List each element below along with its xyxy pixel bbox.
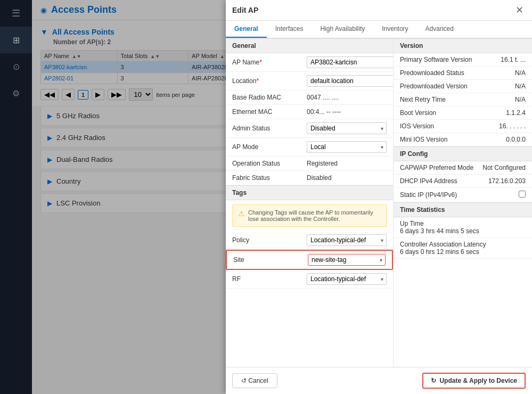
select-policy[interactable]: Location-typical-def — [307, 234, 387, 246]
select-wrapper-site: new-site-tag — [308, 254, 386, 266]
update-apply-button[interactable]: ↻ Update & Apply to Device — [422, 373, 526, 389]
dialog-right-panel: Version Primary Software Version 16.1 t.… — [394, 38, 532, 367]
label-primary-sw: Primary Software Version — [400, 56, 501, 63]
row-static-ip: Static IP (IPv4/IPv6) — [394, 188, 532, 202]
label-location: Location* — [232, 77, 307, 85]
value-dhcp-ipv4: 172.16.0.203 — [488, 177, 526, 185]
form-row-ethernet-mac: Ethernet MAC 00:4... -- ---- — [226, 105, 393, 119]
value-operation-status: Registered — [307, 160, 387, 167]
warning-icon: ⚠ — [238, 209, 245, 218]
form-row-admin-status: Admin Status Disabled Enabled — [226, 119, 393, 138]
form-row-ap-mode: AP Mode Local Monitor Sniffer — [226, 138, 393, 157]
value-predownloaded-status: N/A — [515, 69, 526, 77]
form-row-fabric-status: Fabric Status Disabled — [226, 171, 393, 185]
row-predownloaded-version: Predownloaded Version N/A — [394, 80, 532, 93]
dialog-tabs: General Interfaces High Availability Inv… — [226, 21, 532, 38]
value-controller-latency: 6 days 0 hrs 12 mins 6 secs — [400, 248, 479, 256]
value-fabric-status: Disabled — [307, 174, 387, 182]
general-section-title: General — [226, 38, 393, 53]
label-static-ip: Static IP (IPv4/IPv6) — [400, 191, 519, 199]
form-row-location: Location* — [226, 72, 393, 91]
tags-section-title: Tags — [226, 185, 393, 200]
label-rf: RF — [232, 275, 307, 283]
dialog-left-panel: General AP Name* Location* Base Radio MA… — [226, 38, 394, 367]
value-base-radio-mac: 0047 .... .... — [307, 94, 387, 101]
label-predownloaded-status: Predownloaded Status — [400, 69, 515, 77]
value-mini-ios-version: 0.0.0.0 — [506, 136, 526, 143]
form-row-ap-name: AP Name* — [226, 53, 393, 72]
version-section-title: Version — [394, 38, 532, 53]
tab-interfaces[interactable]: Interfaces — [267, 21, 312, 38]
row-predownloaded-status: Predownloaded Status N/A — [394, 67, 532, 80]
label-controller-latency: Controller Association Latency — [400, 241, 486, 248]
label-mini-ios-version: Mini IOS Version — [400, 136, 506, 143]
select-wrapper-policy: Location-typical-def — [307, 234, 387, 246]
select-rf[interactable]: Location-typical-def — [307, 273, 387, 285]
row-up-time: Up Time 6 days 3 hrs 44 mins 5 secs — [394, 217, 532, 238]
value-up-time: 6 days 3 hrs 44 mins 5 secs — [400, 227, 479, 235]
tab-general[interactable]: General — [226, 21, 267, 38]
label-fabric-status: Fabric Status — [232, 174, 307, 182]
value-predownloaded-version: N/A — [515, 83, 526, 90]
label-next-retry: Next Retry Time — [400, 96, 515, 103]
select-wrapper-admin-status: Disabled Enabled — [307, 122, 387, 134]
row-controller-latency: Controller Association Latency 6 days 0 … — [394, 238, 532, 259]
form-row-policy: Policy Location-typical-def — [226, 231, 393, 250]
tab-high-availability[interactable]: High Availability — [312, 21, 373, 38]
form-row-rf: RF Location-typical-def — [226, 270, 393, 289]
label-up-time: Up Time — [400, 220, 424, 227]
label-predownloaded-version: Predownloaded Version — [400, 83, 515, 90]
value-ios-version: 16. . . . . . — [499, 122, 526, 130]
label-capwap-mode: CAPWAP Preferred Mode — [400, 164, 482, 171]
row-primary-sw: Primary Software Version 16.1 t. ... — [394, 53, 532, 67]
label-policy: Policy — [232, 236, 307, 244]
checkbox-static-ip[interactable] — [519, 191, 526, 198]
form-row-base-radio-mac: Base Radio MAC 0047 .... .... — [226, 91, 393, 105]
tab-advanced[interactable]: Advanced — [417, 21, 462, 38]
label-operation-status: Operation Status — [232, 160, 307, 167]
select-admin-status[interactable]: Disabled Enabled — [307, 122, 387, 134]
input-location[interactable] — [307, 75, 394, 87]
row-next-retry: Next Retry Time N/A — [394, 93, 532, 106]
tab-inventory[interactable]: Inventory — [373, 21, 416, 38]
row-mini-ios-version: Mini IOS Version 0.0.0.0 — [394, 133, 532, 146]
tags-warning: ⚠ Changing Tags will cause the AP to mom… — [232, 204, 387, 227]
value-primary-sw: 16.1 t. ... — [501, 56, 526, 63]
select-wrapper-rf: Location-typical-def — [307, 273, 387, 285]
value-static-ip — [519, 191, 526, 199]
label-base-radio-mac: Base Radio MAC — [232, 94, 307, 101]
value-capwap-mode: Not Configured — [482, 164, 526, 171]
label-site: Site — [233, 256, 308, 264]
time-stats-section-title: Time Statistics — [394, 202, 532, 217]
row-boot-version: Boot Version 1.1.2.4 — [394, 106, 532, 120]
form-row-site: Site new-site-tag — [226, 250, 393, 270]
row-dhcp-ipv4: DHCP IPv4 Address 172.16.0.203 — [394, 175, 532, 188]
cancel-label: Cancel — [248, 377, 268, 384]
label-ap-mode: AP Mode — [232, 143, 307, 151]
input-ap-name[interactable] — [307, 56, 394, 68]
app-container: ☰ ⊞ ⊙ ⚙ ◉ Access Points ▼ All Access Poi… — [0, 0, 532, 394]
ip-config-section-title: IP Config — [394, 146, 532, 161]
tags-warning-text: Changing Tags will cause the AP to momen… — [248, 209, 381, 222]
dialog-header: Edit AP ✕ — [226, 0, 532, 21]
dialog-close-button[interactable]: ✕ — [513, 4, 526, 16]
label-admin-status: Admin Status — [232, 125, 307, 132]
dialog-title: Edit AP — [232, 6, 258, 14]
row-ios-version: IOS Version 16. . . . . . — [394, 120, 532, 133]
update-icon: ↻ — [431, 377, 436, 384]
row-capwap-mode: CAPWAP Preferred Mode Not Configured — [394, 161, 532, 175]
dialog-body: General AP Name* Location* Base Radio MA… — [226, 38, 532, 367]
form-row-operation-status: Operation Status Registered — [226, 157, 393, 171]
cancel-button[interactable]: ↺ Cancel — [232, 373, 277, 388]
value-boot-version: 1.1.2.4 — [506, 109, 526, 117]
dialog-footer: ↺ Cancel ↻ Update & Apply to Device — [226, 367, 532, 394]
label-ap-name: AP Name* — [232, 59, 307, 66]
update-label: Update & Apply to Device — [439, 377, 517, 384]
label-dhcp-ipv4: DHCP IPv4 Address — [400, 177, 488, 185]
select-site[interactable]: new-site-tag — [308, 254, 386, 266]
cancel-icon: ↺ — [241, 377, 247, 384]
select-wrapper-ap-mode: Local Monitor Sniffer — [307, 141, 387, 153]
label-ethernet-mac: Ethernet MAC — [232, 108, 307, 116]
select-ap-mode[interactable]: Local Monitor Sniffer — [307, 141, 387, 153]
label-boot-version: Boot Version — [400, 109, 506, 117]
